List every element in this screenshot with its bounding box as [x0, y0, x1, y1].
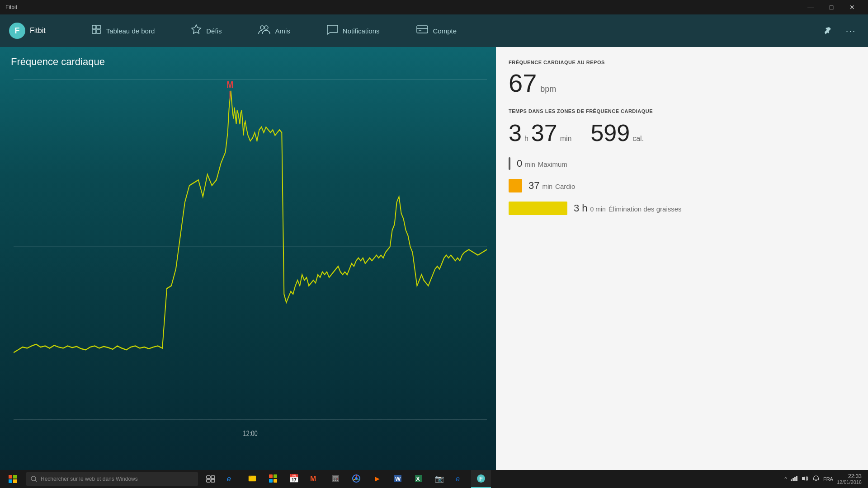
svg-rect-33: [274, 479, 277, 483]
nav-logo[interactable]: F Fitbit: [9, 23, 46, 39]
svg-marker-59: [802, 476, 805, 481]
svg-rect-17: [9, 475, 12, 479]
clock: 22:33: [837, 473, 862, 479]
minutes-value: 37: [531, 121, 557, 145]
calories-unit: cal.: [632, 135, 644, 143]
pin-button[interactable]: [819, 23, 835, 39]
svg-rect-41: [335, 480, 336, 481]
zone-maximum-info: 0 min Maximum: [517, 158, 567, 169]
taskbar-app-store[interactable]: [263, 470, 283, 488]
zone-maximum: 0 min Maximum: [509, 157, 855, 170]
nav-item-account[interactable]: Compte: [398, 14, 475, 47]
svg-text:X: X: [416, 475, 420, 482]
zone-cardio-unit: min: [542, 183, 552, 190]
svg-point-5: [260, 26, 264, 29]
task-view-button[interactable]: [201, 470, 221, 488]
nav-label-dashboard: Tableau de bord: [106, 27, 155, 35]
taskbar-app-photo[interactable]: 📷: [429, 470, 449, 488]
svg-rect-39: [337, 479, 338, 479]
zone-fat-burn: 3 h 0 min Élimination des graisses: [509, 202, 855, 215]
svg-rect-24: [211, 476, 215, 479]
svg-rect-0: [92, 25, 96, 29]
people-icon: [258, 24, 270, 38]
taskbar-app-explorer[interactable]: [242, 470, 262, 488]
zone-maximum-unit: min: [525, 161, 535, 168]
title-bar: Fitbit — □ ✕: [0, 0, 868, 14]
start-button[interactable]: [2, 470, 24, 488]
notification-icon[interactable]: [812, 475, 820, 483]
taskbar-app-chrome[interactable]: [346, 470, 366, 488]
nav-item-friends[interactable]: Amis: [240, 14, 308, 47]
search-placeholder: Rechercher sur le web et dans Windows: [41, 476, 138, 482]
taskbar: Rechercher sur le web et dans Windows e …: [0, 470, 868, 488]
svg-rect-36: [333, 476, 338, 478]
svg-rect-42: [337, 480, 338, 481]
taskbar-app-calculator[interactable]: [326, 470, 345, 488]
time-calories-row: 3 h 37 min 599 cal.: [509, 121, 855, 145]
taskbar-app-calendar[interactable]: 📅: [284, 470, 304, 488]
minimize-button[interactable]: —: [800, 0, 821, 14]
taskbar-app-fitbit[interactable]: F: [471, 470, 491, 488]
taskbar-time[interactable]: 22:33 12/01/2016: [837, 473, 862, 485]
logo-letter: F: [15, 26, 20, 36]
hours-value: 3: [509, 121, 522, 145]
maximize-button[interactable]: □: [821, 0, 842, 14]
logo-icon: F: [9, 23, 25, 39]
zone-cardio-time: 37: [528, 180, 539, 192]
nav-item-challenges[interactable]: Défis: [173, 14, 240, 47]
cardio-bar: [509, 179, 522, 192]
zone-cardio: 37 min Cardio: [509, 179, 855, 192]
svg-rect-58: [796, 476, 797, 481]
zone-fat-burn-name: Élimination des graisses: [609, 205, 682, 213]
fat-burn-bar: [509, 202, 567, 215]
taskbar-app-microsoft[interactable]: M: [305, 470, 325, 488]
taskbar-app-word[interactable]: W: [388, 470, 408, 488]
logo-text: Fitbit: [30, 27, 46, 35]
title-bar-controls: — □ ✕: [800, 0, 863, 14]
svg-rect-23: [207, 476, 210, 479]
svg-rect-1: [97, 25, 100, 29]
svg-rect-7: [417, 26, 428, 33]
taskbar-search[interactable]: Rechercher sur le web et dans Windows: [26, 472, 198, 486]
taskbar-app-excel[interactable]: X: [409, 470, 429, 488]
svg-rect-31: [274, 474, 277, 478]
taskbar-app-ie[interactable]: e: [450, 470, 470, 488]
zone-fat-burn-min: 0 min: [590, 206, 606, 213]
svg-text:e: e: [227, 475, 231, 483]
date: 12/01/2016: [837, 479, 862, 485]
svg-rect-32: [269, 479, 273, 483]
svg-rect-37: [333, 479, 334, 479]
svg-text:W: W: [395, 475, 401, 482]
right-panel: FRÉQUENCE CARDIAQUE AU REPOS 67 bpm TEMP…: [496, 47, 868, 470]
nav-bar: F Fitbit Tableau de bord Défis A: [0, 14, 868, 47]
chart-title: Fréquence cardiaque: [11, 56, 105, 68]
svg-point-44: [355, 477, 358, 480]
title-bar-left: Fitbit: [5, 4, 17, 10]
hours-unit: h: [524, 135, 528, 143]
x-axis-label: 12:00: [243, 430, 257, 438]
svg-rect-20: [13, 479, 17, 483]
network-icon[interactable]: [791, 475, 798, 483]
more-button[interactable]: ···: [843, 23, 859, 39]
heart-rate-chart: 115 60 5 12:00 M: [14, 74, 487, 447]
svg-rect-38: [335, 479, 336, 479]
zones-title: TEMPS DANS LES ZONES DE FRÉQUENCE CARDIA…: [509, 108, 855, 114]
svg-rect-40: [333, 480, 334, 481]
resting-hr-title: FRÉQUENCE CARDIAQUE AU REPOS: [509, 60, 855, 65]
taskbar-app-edge[interactable]: e: [222, 470, 241, 488]
svg-rect-56: [793, 478, 794, 481]
heart-rate-line: [14, 91, 487, 352]
svg-text:e: e: [456, 475, 460, 483]
taskbar-app-media[interactable]: ▶: [367, 470, 387, 488]
taskbar-right: ^ FRA 22:33 12/01/2016: [784, 473, 866, 485]
svg-line-47: [353, 479, 355, 481]
close-button[interactable]: ✕: [842, 0, 863, 14]
nav-item-notifications[interactable]: Notifications: [308, 14, 398, 47]
svg-rect-3: [97, 30, 100, 33]
zone-cardio-info: 37 min Cardio: [528, 180, 575, 192]
volume-icon[interactable]: [802, 475, 809, 483]
systray-chevron[interactable]: ^: [784, 476, 787, 482]
svg-rect-57: [794, 477, 796, 481]
nav-item-dashboard[interactable]: Tableau de bord: [73, 14, 173, 47]
zone-cardio-name: Cardio: [555, 183, 575, 190]
